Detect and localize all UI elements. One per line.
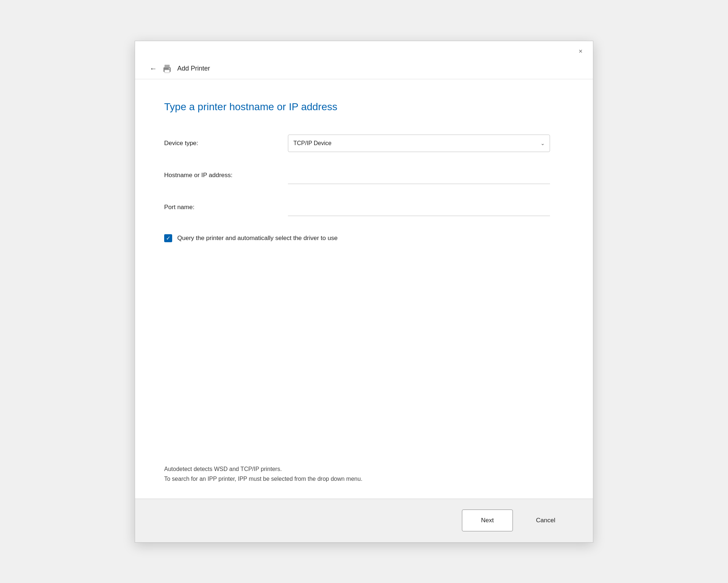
check-mark-icon: ✓ bbox=[166, 235, 171, 241]
info-text: Autodetect detects WSD and TCP/IP printe… bbox=[164, 450, 564, 484]
svg-rect-1 bbox=[165, 65, 170, 68]
header-bar: ← Add Printer bbox=[135, 59, 593, 79]
port-name-label: Port name: bbox=[164, 204, 273, 211]
close-button[interactable]: × bbox=[574, 45, 587, 58]
port-name-input[interactable] bbox=[288, 199, 550, 216]
svg-point-3 bbox=[169, 68, 170, 69]
title-bar: × bbox=[135, 41, 593, 59]
port-name-wrapper bbox=[288, 199, 550, 216]
next-button[interactable]: Next bbox=[462, 510, 513, 531]
cancel-button[interactable]: Cancel bbox=[520, 510, 571, 531]
hostname-input[interactable] bbox=[288, 167, 550, 184]
hostname-row: Hostname or IP address: bbox=[164, 167, 564, 184]
auto-select-checkbox[interactable]: ✓ bbox=[164, 234, 172, 242]
footer-bar: Next Cancel bbox=[135, 499, 593, 542]
info-line-2: To search for an IPP printer, IPP must b… bbox=[164, 474, 564, 484]
content-area: Type a printer hostname or IP address De… bbox=[135, 79, 593, 499]
dialog-window: × ← Add Printer Type a printer hostname … bbox=[135, 41, 593, 543]
page-heading: Type a printer hostname or IP address bbox=[164, 101, 564, 113]
svg-rect-2 bbox=[165, 70, 170, 73]
printer-icon bbox=[162, 64, 172, 74]
device-type-select[interactable]: TCP/IP Device Web Services Device WSD De… bbox=[288, 135, 550, 152]
device-type-row: Device type: TCP/IP Device Web Services … bbox=[164, 135, 564, 152]
checkbox-label: Query the printer and automatically sele… bbox=[177, 235, 337, 242]
hostname-label: Hostname or IP address: bbox=[164, 172, 273, 179]
form-section: Device type: TCP/IP Device Web Services … bbox=[164, 135, 564, 242]
device-type-wrapper: TCP/IP Device Web Services Device WSD De… bbox=[288, 135, 550, 152]
device-type-label: Device type: bbox=[164, 140, 273, 147]
checkbox-row: ✓ Query the printer and automatically se… bbox=[164, 234, 564, 242]
port-name-row: Port name: bbox=[164, 199, 564, 216]
hostname-wrapper bbox=[288, 167, 550, 184]
device-type-dropdown-wrapper: TCP/IP Device Web Services Device WSD De… bbox=[288, 135, 550, 152]
info-line-1: Autodetect detects WSD and TCP/IP printe… bbox=[164, 464, 564, 474]
back-button[interactable]: ← bbox=[150, 64, 157, 73]
window-title: Add Printer bbox=[177, 65, 210, 72]
